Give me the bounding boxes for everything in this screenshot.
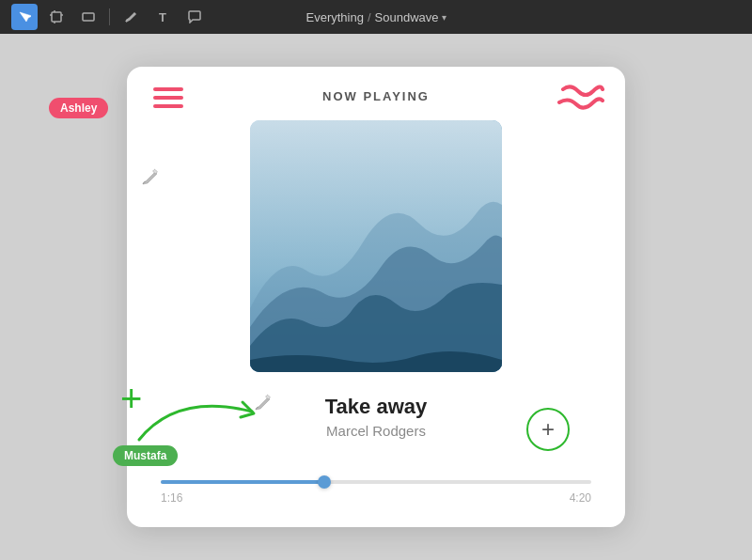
toolbar: T Everything / Soundwave ▾ — [0, 0, 752, 34]
plus-symbol: + — [541, 418, 555, 441]
tool-rect[interactable] — [75, 4, 102, 30]
time-total: 4:20 — [570, 491, 591, 505]
breadcrumb: Everything / Soundwave ▾ — [306, 10, 446, 24]
progress-section: 1:16 4:20 — [127, 480, 625, 505]
svg-rect-5 — [83, 13, 94, 21]
time-elapsed: 1:16 — [161, 491, 182, 505]
pencil-annotation-mustafa — [252, 393, 273, 417]
progress-bar[interactable] — [161, 480, 591, 484]
mustafa-label: Mustafa — [113, 445, 178, 466]
toolbar-tools: T — [11, 4, 208, 30]
breadcrumb-separator: / — [368, 10, 371, 24]
album-art — [250, 120, 502, 372]
progress-times: 1:16 4:20 — [161, 491, 591, 505]
now-playing-label: NOW PLAYING — [322, 89, 430, 103]
squiggle-icon — [556, 82, 604, 125]
add-button[interactable]: + — [526, 408, 570, 451]
hamburger-line-1 — [153, 87, 183, 91]
progress-thumb[interactable] — [318, 475, 331, 489]
tool-comment[interactable] — [181, 4, 208, 30]
hamburger-line-2 — [153, 96, 183, 100]
song-artist: Marcel Rodgers — [325, 423, 427, 439]
tool-text[interactable]: T — [149, 4, 176, 30]
tool-pen[interactable] — [118, 4, 144, 30]
toolbar-separator-1 — [109, 8, 110, 25]
tool-select[interactable] — [11, 4, 38, 30]
breadcrumb-project[interactable]: Soundwave ▾ — [375, 10, 446, 24]
song-info: Take away Marcel Rodgers — [325, 395, 427, 439]
pencil-annotation-ashley — [139, 167, 160, 192]
svg-rect-7 — [153, 169, 158, 174]
hamburger-icon[interactable] — [153, 87, 183, 108]
ashley-label: Ashley — [49, 98, 108, 118]
svg-rect-8 — [266, 395, 271, 399]
progress-fill — [161, 480, 324, 484]
song-title: Take away — [325, 395, 427, 419]
breadcrumb-everything[interactable]: Everything — [306, 10, 364, 24]
tool-frame[interactable] — [43, 4, 70, 30]
hamburger-line-3 — [153, 104, 183, 108]
canvas-area: NOW PLAYING — [0, 34, 752, 560]
svg-rect-0 — [52, 12, 61, 22]
chevron-down-icon: ▾ — [442, 12, 446, 23]
